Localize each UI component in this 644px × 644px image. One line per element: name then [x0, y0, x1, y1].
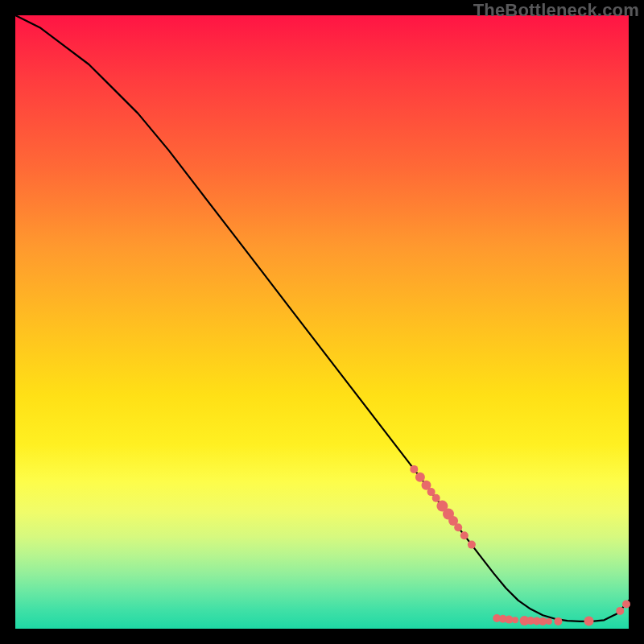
curve-marker: [584, 617, 594, 626]
curve-marker: [622, 601, 630, 609]
chart-container: TheBottleneck.com: [0, 0, 644, 644]
chart-overlay: [15, 15, 629, 629]
curve-marker: [539, 617, 547, 625]
curve-marker: [460, 531, 469, 539]
bottleneck-curve: [15, 15, 629, 621]
curve-marker: [415, 473, 425, 482]
curve-marker: [432, 494, 440, 502]
curve-marker: [512, 617, 518, 623]
curve-marker: [468, 541, 476, 549]
curve-marker: [554, 617, 562, 625]
curve-marker: [616, 607, 624, 615]
curve-marker: [505, 616, 513, 624]
curve-marker: [546, 618, 552, 625]
curve-marker: [410, 465, 418, 473]
curve-marker: [454, 523, 462, 531]
